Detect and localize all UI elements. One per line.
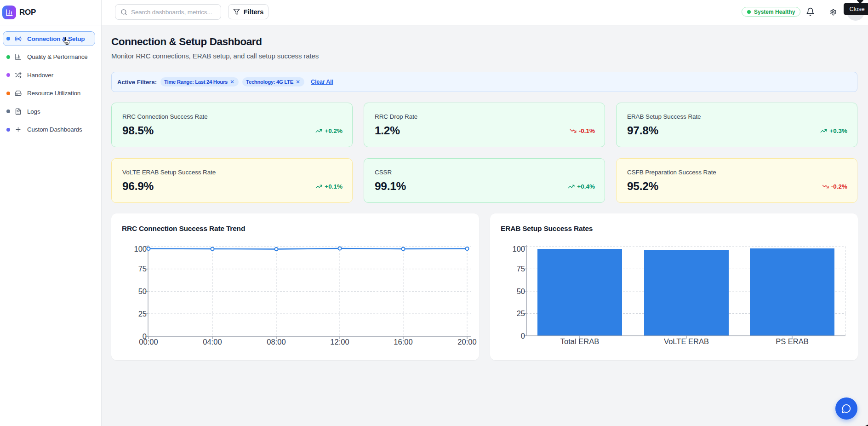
svg-text:04:00: 04:00: [203, 338, 222, 346]
svg-text:VoLTE ERAB: VoLTE ERAB: [664, 337, 709, 345]
svg-text:100: 100: [134, 245, 147, 253]
svg-text:100: 100: [512, 245, 525, 253]
svg-text:75: 75: [138, 265, 147, 273]
svg-text:75: 75: [517, 265, 525, 273]
svg-text:25: 25: [517, 309, 525, 317]
svg-text:20:00: 20:00: [457, 338, 476, 346]
svg-text:0: 0: [521, 332, 525, 340]
svg-text:50: 50: [517, 287, 525, 295]
svg-text:PS ERAB: PS ERAB: [776, 337, 809, 345]
svg-text:16:00: 16:00: [394, 338, 412, 346]
svg-text:08:00: 08:00: [267, 338, 286, 346]
svg-text:Total ERAB: Total ERAB: [560, 337, 599, 345]
svg-text:25: 25: [138, 310, 147, 318]
svg-text:50: 50: [138, 287, 147, 295]
svg-text:00:00: 00:00: [139, 338, 158, 346]
svg-text:12:00: 12:00: [330, 338, 349, 346]
